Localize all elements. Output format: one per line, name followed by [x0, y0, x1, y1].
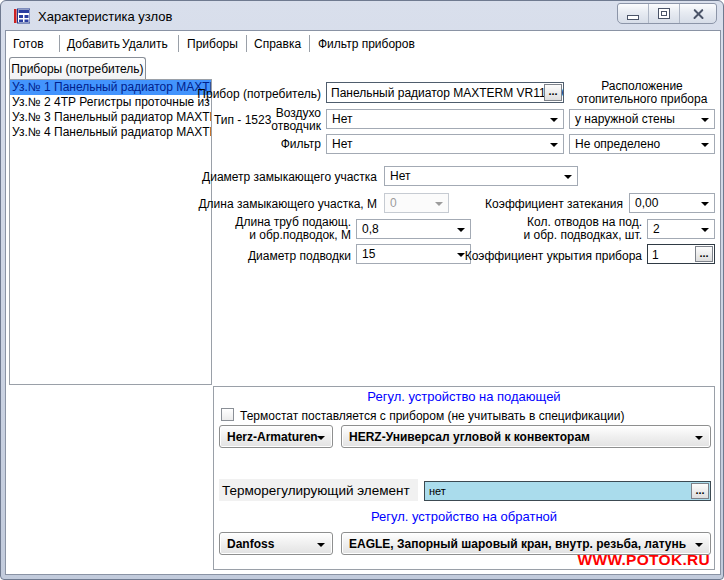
thermo-element-label: Терморегулирующий элемент — [219, 479, 418, 501]
cover-coeff-field[interactable]: 1 ... — [647, 244, 715, 264]
supply-vendor-combo[interactable]: Herz-Armaturen — [219, 425, 333, 448]
menu-separator — [309, 35, 310, 52]
regulation-panel: Регул. устройство на подающей Термостат … — [213, 386, 715, 570]
location-combo[interactable]: у наружной стены — [569, 109, 715, 129]
supply-device-value: HERZ-Универсал угловой к конвекторам — [349, 430, 590, 444]
dropdown-arrow-icon — [317, 543, 325, 547]
return-device-value: EAGLE, Запорный шаровый кран, внутр. рез… — [349, 537, 686, 551]
window-title: Характеристика узлов — [38, 9, 172, 24]
supply-diameter-combo[interactable]: 15 — [356, 244, 471, 264]
dropdown-arrow-icon — [550, 118, 558, 122]
location-value: у наружной стены — [575, 112, 675, 126]
return-section-header: Регул. устройство на обратной — [214, 509, 714, 524]
filter-label: Фильтр — [281, 137, 321, 151]
minimize-icon — [627, 15, 639, 20]
ellipsis-button[interactable]: ... — [695, 246, 713, 262]
cover-coeff-label: Коэффициент укрытия прибора — [465, 249, 642, 263]
supply-diameter-value: 15 — [362, 247, 375, 261]
closing-length-value: 0 — [390, 196, 397, 210]
tab-devices-consumer[interactable]: Приборы (потребитель) — [9, 57, 146, 79]
supply-diameter-label: Диаметр подводки — [248, 249, 351, 263]
device-value: Панельный радиатор MAXTERM VR11-500, — [331, 86, 564, 100]
close-icon — [692, 8, 705, 19]
filter-combo[interactable]: Нет — [326, 134, 564, 154]
menu-item-devices[interactable]: Приборы — [187, 37, 238, 51]
dropdown-arrow-icon — [701, 202, 709, 206]
list-item[interactable]: Уз.№ 4 Панельный радиатор MAXTE — [10, 125, 211, 140]
menu-separator — [178, 35, 179, 52]
thermo-element-field[interactable]: нет ... — [424, 481, 711, 501]
menu-separator — [246, 35, 247, 52]
closing-diameter-combo[interactable]: Нет — [384, 166, 578, 186]
menu-item-help[interactable]: Справка — [254, 37, 301, 51]
location-label: Расположение отопительного прибора — [567, 80, 717, 106]
type-label: Тип - 1523 — [214, 113, 271, 127]
pipe-length-value: 0,8 — [362, 222, 379, 236]
menu-item-filter[interactable]: Фильтр приборов — [318, 37, 415, 51]
cover-coeff-value: 1 — [652, 248, 659, 262]
leak-coeff-combo[interactable]: 0,00 — [629, 193, 715, 213]
dropdown-arrow-icon — [317, 436, 325, 440]
dropdown-arrow-icon — [701, 228, 709, 232]
closing-length-label: Длина замыкающего участка, М — [198, 197, 377, 211]
tab-label: Приборы (потребитель) — [11, 62, 143, 76]
dropdown-arrow-icon — [457, 228, 465, 232]
dropdown-arrow-icon — [695, 436, 703, 440]
window: Характеристика узлов Готов Добавить Удал… — [0, 0, 724, 580]
closing-diameter-label: Диаметр замыкающего участка — [202, 170, 377, 184]
window-controls — [617, 3, 717, 24]
thermostat-checkbox-label: Термостат поставляется с прибором (не уч… — [240, 409, 624, 423]
supply-vendor-value: Herz-Armaturen — [227, 430, 318, 444]
list-item[interactable]: Уз.№ 1 Панельный радиатор MAXTE — [10, 80, 211, 95]
ellipsis-button[interactable]: ... — [691, 483, 709, 499]
menu-item-add[interactable]: Добавить — [67, 37, 120, 51]
outlets-combo[interactable]: 2 — [647, 219, 715, 239]
list-item[interactable]: Уз.№ 3 Панельный радиатор MAXTE — [10, 110, 211, 125]
mount-value: Не определено — [575, 137, 660, 151]
minimize-button[interactable] — [618, 4, 649, 23]
filter-value: Нет — [332, 137, 352, 151]
return-vendor-value: Danfoss — [227, 537, 274, 551]
dropdown-arrow-icon — [435, 202, 443, 206]
closing-length-combo: 0 — [384, 193, 449, 213]
leak-coeff-value: 0,00 — [635, 196, 658, 210]
pipe-length-combo[interactable]: 0,8 — [356, 219, 471, 239]
pipe-length-label: Длина труб подающ. и обр.подводок, М — [235, 216, 351, 242]
dropdown-arrow-icon — [695, 543, 703, 547]
dropdown-arrow-icon — [550, 143, 558, 147]
app-icon[interactable] — [14, 8, 30, 24]
menu-item-delete[interactable]: Удалить — [122, 37, 168, 51]
supply-device-combo[interactable]: HERZ-Универсал угловой к конвекторам — [341, 425, 711, 448]
thermostat-checkbox[interactable] — [221, 408, 234, 421]
mount-combo[interactable]: Не определено — [569, 134, 715, 154]
air-vent-value: Нет — [332, 112, 352, 126]
maximize-icon — [658, 8, 670, 19]
menu-separator — [59, 35, 60, 52]
ellipsis-button[interactable]: ... — [544, 84, 562, 101]
air-vent-label: Воздухо отводчик — [271, 107, 321, 133]
thermo-element-value: нет — [429, 485, 446, 497]
leak-coeff-label: Коэффициент затекания — [485, 197, 623, 211]
return-vendor-combo[interactable]: Danfoss — [219, 532, 333, 555]
closing-diameter-value: Нет — [390, 169, 410, 183]
dropdown-arrow-icon — [701, 143, 709, 147]
maximize-button[interactable] — [649, 4, 680, 23]
title-bar: Характеристика узлов — [1, 1, 724, 30]
watermark: WWW.POTOK.RU — [578, 551, 710, 569]
air-vent-combo[interactable]: Нет — [326, 109, 564, 129]
dropdown-arrow-icon — [701, 118, 709, 122]
list-item[interactable]: Уз.№ 2 4ТР Регистры проточные из — [10, 95, 211, 110]
outlets-label: Кол. отводов на под. и обр. подводках, ш… — [524, 216, 642, 242]
close-button[interactable] — [680, 4, 716, 23]
device-field[interactable]: Панельный радиатор MAXTERM VR11-500, ... — [326, 82, 564, 103]
node-listbox[interactable]: Уз.№ 1 Панельный радиатор MAXTE Уз.№ 2 4… — [9, 79, 212, 385]
dropdown-arrow-icon — [564, 175, 572, 179]
device-label: Прибор (потребитель) — [197, 87, 321, 101]
outlets-value: 2 — [653, 222, 660, 236]
supply-section-header: Регул. устройство на подающей — [214, 389, 714, 404]
menu-item-ready[interactable]: Готов — [13, 37, 44, 51]
